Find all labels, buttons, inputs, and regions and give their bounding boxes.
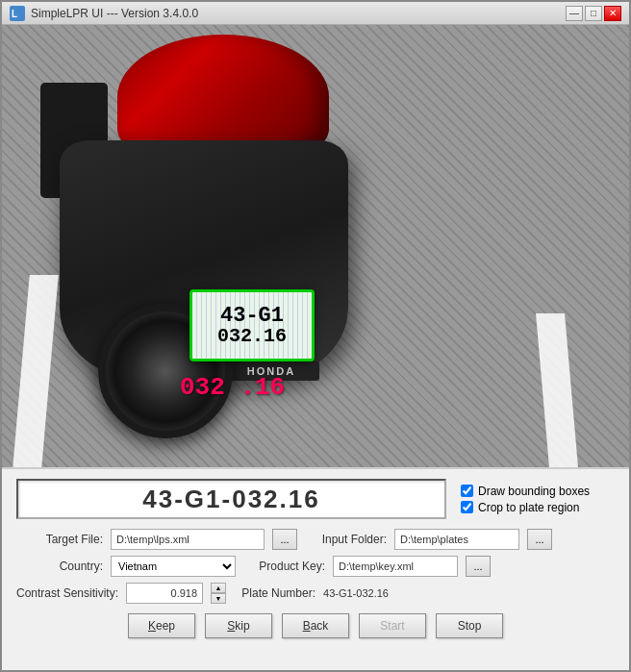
contrast-input[interactable]	[126, 583, 203, 604]
start-button[interactable]: Start	[359, 613, 426, 638]
ground-line-left	[13, 275, 58, 467]
input-folder-input[interactable]	[394, 529, 519, 550]
contrast-decrement[interactable]: ▼	[211, 593, 226, 604]
contrast-spinner[interactable]: ▲ ▼	[211, 583, 226, 604]
control-panel: 43-G1-032.16 Draw bounding boxes Crop to…	[2, 467, 629, 670]
ocr-overlay-text: 032 .16	[180, 373, 285, 402]
back-label: Back	[303, 619, 329, 633]
input-folder-browse-button[interactable]: ...	[527, 529, 552, 550]
plate-number-label: Plate Number:	[234, 586, 316, 600]
svg-text:L: L	[12, 9, 17, 19]
stop-button[interactable]: Stop	[436, 613, 503, 638]
country-row: Country: Vietnam Spain Portugal France G…	[16, 556, 615, 577]
start-label: Start	[380, 619, 404, 633]
file-row: Target File: ... Input Folder: ...	[16, 529, 615, 550]
options-checkboxes: Draw bounding boxes Crop to plate region	[461, 485, 615, 514]
target-file-input[interactable]	[111, 529, 265, 550]
skip-label: Skip	[227, 619, 249, 633]
country-label: Country:	[16, 560, 103, 573]
scene-background: HONDA 43-G1 032.16 032 .16	[2, 25, 629, 467]
camera-view: HONDA 43-G1 032.16 032 .16	[2, 25, 629, 467]
target-file-label: Target File:	[16, 533, 103, 546]
product-key-label: Product Key:	[243, 560, 325, 573]
plate-number-value: 43-G1-032.16	[323, 587, 389, 599]
crop-to-plate-option[interactable]: Crop to plate region	[461, 501, 615, 514]
product-key-browse-button[interactable]: ...	[466, 556, 491, 577]
close-button[interactable]: ✕	[604, 6, 621, 21]
plate-result-display: 43-G1-032.16	[16, 479, 446, 519]
input-folder-label: Input Folder:	[305, 533, 387, 546]
minimize-button[interactable]: —	[566, 6, 583, 21]
titlebar: L SimpleLPR UI --- Version 3.4.0.0 — □ ✕	[2, 2, 629, 25]
draw-bounding-boxes-checkbox[interactable]	[461, 485, 473, 497]
skip-button[interactable]: Skip	[205, 613, 272, 638]
contrast-label: Contrast Sensitivity:	[16, 586, 118, 600]
keep-label: Keep	[148, 619, 175, 633]
product-key-input[interactable]	[333, 556, 458, 577]
stop-label: Stop	[458, 619, 482, 633]
plate-line-2: 032.16	[217, 327, 287, 346]
contrast-increment[interactable]: ▲	[211, 583, 226, 593]
country-select[interactable]: Vietnam Spain Portugal France Germany	[111, 556, 236, 577]
contrast-row: Contrast Sensitivity: ▲ ▼ Plate Number: …	[16, 583, 615, 604]
draw-bounding-boxes-option[interactable]: Draw bounding boxes	[461, 485, 615, 498]
keep-button[interactable]: Keep	[128, 613, 195, 638]
titlebar-controls: — □ ✕	[566, 6, 621, 21]
action-buttons: Keep Skip Back Start Stop	[16, 613, 615, 638]
app-icon: L	[10, 6, 25, 21]
crop-to-plate-checkbox[interactable]	[461, 501, 473, 513]
back-button[interactable]: Back	[282, 613, 349, 638]
target-file-browse-button[interactable]: ...	[272, 529, 297, 550]
plate-result-row: 43-G1-032.16 Draw bounding boxes Crop to…	[16, 479, 615, 519]
main-window: L SimpleLPR UI --- Version 3.4.0.0 — □ ✕…	[0, 0, 631, 672]
window-title: SimpleLPR UI --- Version 3.4.0.0	[31, 7, 198, 20]
crop-to-plate-label: Crop to plate region	[478, 501, 579, 514]
plate-on-vehicle: 43-G1 032.16	[189, 289, 315, 361]
titlebar-left: L SimpleLPR UI --- Version 3.4.0.0	[10, 6, 198, 21]
ground-line-right	[536, 313, 578, 467]
draw-bounding-boxes-label: Draw bounding boxes	[478, 485, 590, 498]
maximize-button[interactable]: □	[585, 6, 602, 21]
